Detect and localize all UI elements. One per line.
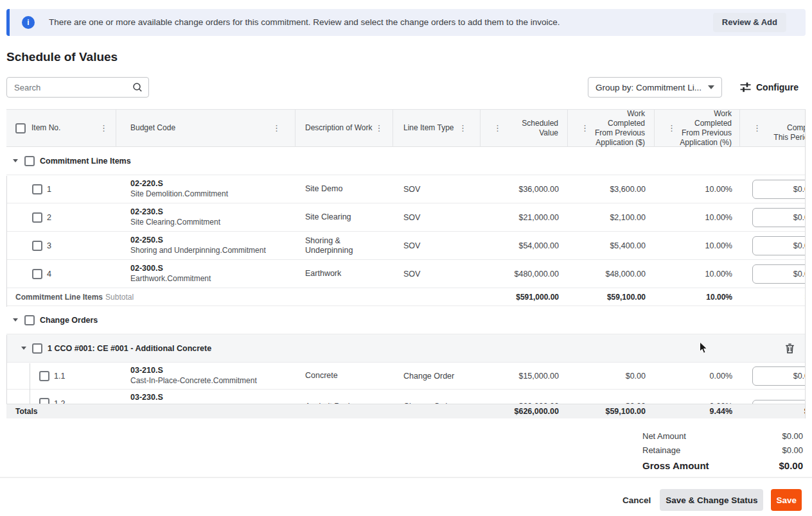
footer-divider xyxy=(0,477,812,478)
cell-this-period xyxy=(740,232,806,259)
save-change-status-button[interactable]: Save & Change Status xyxy=(660,489,763,511)
description-of-work: Concrete xyxy=(305,371,338,381)
column-header: ⋮Work Completed This Period ($) xyxy=(740,110,806,146)
this-period-input[interactable] xyxy=(752,236,806,255)
review-add-button[interactable]: Review & Add xyxy=(713,13,786,32)
column-header: ⋮Work Completed From Previous Applicatio… xyxy=(655,110,740,146)
cell-prev_amount: $59,100.00 xyxy=(568,293,655,302)
group-row-commitment-line-items: Commitment Line Items xyxy=(6,147,806,175)
this-period-input[interactable] xyxy=(752,366,806,386)
column-label: Work Completed From Previous Application… xyxy=(676,109,739,148)
cell-item-no: 4 xyxy=(6,260,116,288)
subtotal-label: Commitment Line Items xyxy=(15,293,103,302)
collapse-arrow-icon[interactable] xyxy=(13,318,18,322)
cell-prev_pct: 10.00% xyxy=(655,232,740,259)
column-header: ⋮Work Completed From Previous Applicatio… xyxy=(568,110,655,146)
group-by-select[interactable]: Group by: Commitment Li... xyxy=(588,77,722,98)
configure-button[interactable]: Configure xyxy=(740,82,799,92)
description-of-work: Shoring & Underpinning xyxy=(305,236,380,255)
cell-line-item-type: SOV xyxy=(393,232,481,259)
group-checkbox[interactable] xyxy=(32,343,42,354)
this-period-input[interactable] xyxy=(752,180,806,199)
indent-guide xyxy=(30,363,30,404)
retainage-value: $0.00 xyxy=(782,445,803,455)
cell-item-no: 1 xyxy=(6,175,116,203)
banner-accent-bar xyxy=(6,9,10,36)
column-menu-icon[interactable]: ⋮ xyxy=(581,124,589,132)
cell-prev_pct: 10.00% xyxy=(655,175,740,203)
column-menu-icon[interactable]: ⋮ xyxy=(375,124,383,132)
row-checkbox[interactable] xyxy=(32,184,42,194)
this-period-input[interactable] xyxy=(752,208,806,227)
budget-name-line: Site Clearing.Commitment xyxy=(130,218,220,227)
cell-budget-code: 02-250.SShoring and Underpinning.Commitm… xyxy=(116,232,296,259)
table-row: 402-300.SEarthwork.CommitmentEarthworkSO… xyxy=(6,260,806,288)
cell-description: Earthwork xyxy=(296,260,393,288)
cancel-button[interactable]: Cancel xyxy=(621,495,652,505)
cell-description: Concrete xyxy=(296,363,393,389)
column-menu-icon[interactable]: ⋮ xyxy=(493,124,502,132)
this-period-input[interactable] xyxy=(752,264,806,284)
description-of-work: Earthwork xyxy=(305,269,341,279)
cell-scheduled: $15,000.00 xyxy=(481,363,568,389)
column-header: ⋮Scheduled Value xyxy=(481,110,568,146)
cell-this-period xyxy=(740,363,806,389)
search-input[interactable]: Search xyxy=(6,77,149,98)
info-icon: i xyxy=(22,16,35,29)
column-menu-icon[interactable]: ⋮ xyxy=(100,124,108,132)
cell-item-no: 2 xyxy=(6,203,116,231)
budget-name-line: Site Demolition.Commitment xyxy=(130,189,228,199)
row-checkbox[interactable] xyxy=(39,371,49,381)
group-checkbox[interactable] xyxy=(24,156,35,166)
totals-row: Totals$626,000.00$59,100.009.44%$0.00 xyxy=(6,404,806,418)
budget-code: 02-250.SShoring and Underpinning.Commitm… xyxy=(130,236,266,255)
column-menu-icon[interactable]: ⋮ xyxy=(667,124,676,132)
collapse-arrow-icon[interactable] xyxy=(13,159,18,162)
cell-scheduled: $36,000.00 xyxy=(481,175,568,203)
select-all-checkbox[interactable] xyxy=(15,123,26,133)
table-row: 102-220.SSite Demolition.CommitmentSite … xyxy=(6,175,806,203)
save-button[interactable]: Save xyxy=(771,489,802,511)
cell-item-no: 1.1 xyxy=(6,363,116,389)
totals-label: Totals xyxy=(15,407,37,416)
cell-prev_pct: 10.00% xyxy=(655,260,740,288)
table-row: 1.103-210.SCast-In-Place-Concrete.Commit… xyxy=(6,363,806,390)
cell-description: Shoring & Underpinning xyxy=(296,232,393,259)
cell-scheduled: $54,000.00 xyxy=(481,232,568,259)
column-header: Description of Work⋮ xyxy=(296,110,393,146)
column-menu-icon[interactable]: ⋮ xyxy=(753,124,761,132)
cell-line-item-type: SOV xyxy=(393,175,481,203)
column-header: Budget Code⋮ xyxy=(116,110,296,146)
cell-scheduled: $591,000.00 xyxy=(481,293,568,302)
collapse-arrow-icon[interactable] xyxy=(21,347,26,350)
budget-code: 02-230.SSite Clearing.Commitment xyxy=(130,207,220,227)
delete-change-order-button[interactable] xyxy=(785,343,795,356)
budget-name-line: Earthwork.Commitment xyxy=(130,274,211,284)
summary-row: Retainage $0.00 xyxy=(642,443,803,457)
budget-code-line: 02-230.S xyxy=(130,207,220,217)
cell-scheduled: $626,000.00 xyxy=(481,407,568,416)
cell-scheduled: $21,000.00 xyxy=(481,203,568,231)
item-no: 3 xyxy=(47,241,51,250)
column-label: Line Item Type xyxy=(403,123,454,133)
group-checkbox[interactable] xyxy=(24,315,35,325)
gross-amount-label: Gross Amount xyxy=(642,460,709,471)
budget-code-line: 02-220.S xyxy=(130,179,228,189)
column-menu-icon[interactable]: ⋮ xyxy=(459,124,467,132)
group-label: 1 CCO #001: CE #001 - Additional Concret… xyxy=(48,344,211,353)
table-header: Item No.⋮Budget Code⋮Description of Work… xyxy=(6,110,806,147)
footer-actions: Cancel Save & Change Status Save xyxy=(621,489,802,511)
cell-this-period xyxy=(740,203,806,231)
net-amount-label: Net Amount xyxy=(642,431,686,441)
row-checkbox[interactable] xyxy=(32,269,42,279)
group-row-cco: 1 CCO #001: CE #001 - Additional Concret… xyxy=(6,334,806,363)
cell-line-item-type: Change Order xyxy=(393,363,481,389)
column-menu-icon[interactable]: ⋮ xyxy=(272,124,281,132)
row-checkbox[interactable] xyxy=(32,241,42,251)
cell-line-item-type: SOV xyxy=(393,260,481,288)
budget-code-line: 02-300.S xyxy=(130,264,211,273)
cell-description: Site Clearing xyxy=(296,203,393,231)
search-icon xyxy=(132,82,143,92)
indent-guide xyxy=(6,335,7,404)
row-checkbox[interactable] xyxy=(32,212,42,223)
